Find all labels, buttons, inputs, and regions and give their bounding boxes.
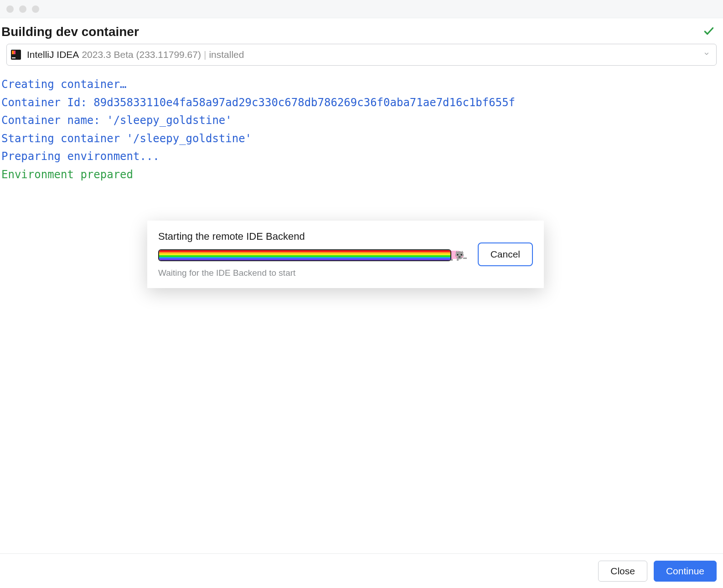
log-line: Environment prepared	[1, 166, 722, 184]
build-log: Creating container…Container Id: 89d3583…	[0, 73, 723, 187]
footer-bar: Close Continue	[0, 553, 723, 588]
log-line: Starting container '/sleepy_goldstine'	[1, 130, 722, 148]
separator: |	[204, 49, 206, 60]
window-close-dot[interactable]	[6, 5, 14, 13]
page-title: Building dev container	[1, 25, 139, 39]
log-line: Container Id: 89d35833110e4fa58a97ad29c3…	[1, 94, 722, 112]
window-titlebar	[0, 0, 723, 18]
log-line: Creating container…	[1, 76, 722, 94]
svg-point-9	[460, 254, 462, 256]
svg-rect-10	[459, 257, 460, 258]
svg-rect-15	[463, 258, 467, 259]
log-line: Container name: '/sleepy_goldstine'	[1, 112, 722, 130]
log-line: Preparing environment...	[1, 148, 722, 166]
progress-fill	[159, 250, 450, 260]
ide-status: installed	[209, 49, 244, 60]
continue-button[interactable]: Continue	[654, 561, 717, 582]
svg-rect-3	[12, 57, 15, 58]
svg-point-12	[461, 256, 463, 257]
ide-name: IntelliJ IDEA	[27, 49, 79, 60]
svg-rect-14	[457, 259, 459, 261]
nyan-progress-bar	[158, 249, 451, 261]
dialog-title: Starting the remote IDE Backend	[158, 231, 468, 242]
success-check-icon	[703, 25, 715, 39]
close-button[interactable]: Close	[598, 561, 647, 582]
window-minimize-dot[interactable]	[19, 5, 26, 13]
progress-dialog: Starting the remote IDE Backend	[147, 221, 544, 288]
svg-point-8	[457, 254, 458, 256]
cancel-button[interactable]: Cancel	[478, 242, 533, 266]
dialog-subtitle: Waiting for the IDE Backend to start	[158, 268, 468, 278]
chevron-down-icon	[703, 51, 710, 59]
svg-rect-2	[12, 51, 14, 54]
ide-selector-dropdown[interactable]: IntelliJ IDEA 2023.3 Beta (233.11799.67)…	[6, 44, 717, 66]
svg-point-11	[456, 256, 457, 257]
ide-version: 2023.3 Beta (233.11799.67)	[82, 49, 201, 60]
ide-selector-content: IntelliJ IDEA 2023.3 Beta (233.11799.67)…	[10, 48, 244, 61]
intellij-idea-icon	[10, 48, 22, 61]
progress-row	[158, 249, 468, 262]
page-header: Building dev container	[0, 18, 723, 44]
window-zoom-dot[interactable]	[32, 5, 39, 13]
ide-selector-text: IntelliJ IDEA 2023.3 Beta (233.11799.67)…	[27, 49, 244, 60]
nyan-cat-icon	[449, 249, 468, 262]
